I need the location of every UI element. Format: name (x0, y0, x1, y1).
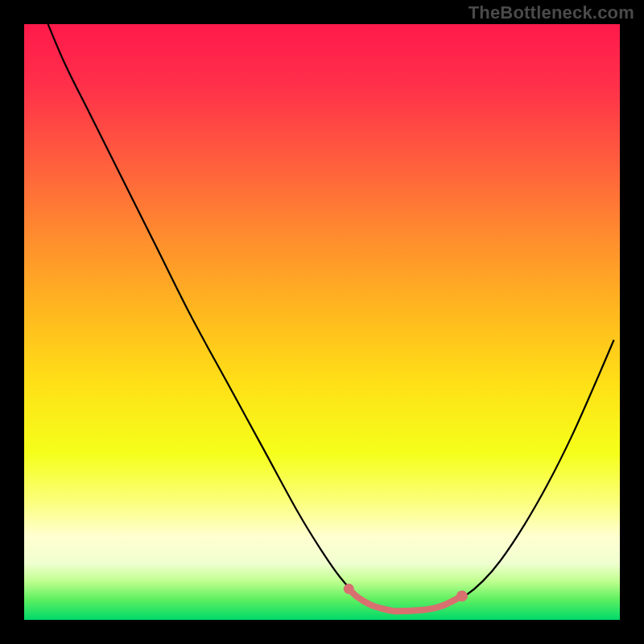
optimal-marker-left (344, 584, 354, 594)
watermark-text: TheBottleneck.com (469, 2, 634, 23)
chart-plot-area (24, 24, 620, 620)
optimal-marker-right (456, 590, 468, 601)
svg-rect-0 (24, 24, 620, 620)
chart-svg (24, 24, 620, 620)
